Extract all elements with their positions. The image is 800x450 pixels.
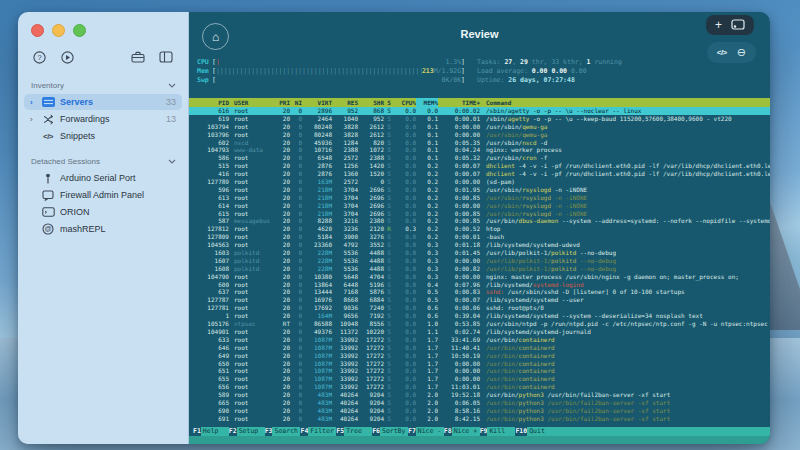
column-header-pri[interactable]: PRI [276,98,290,107]
process-row[interactable]: 633root2001087M3399217272S0.01.733:41.69… [189,336,770,344]
section-title-inventory: Inventory [31,81,168,90]
process-row[interactable]: 690root200483M402649204S0.02.08:58.16/us… [189,407,770,415]
sidebar-item-mashrepl[interactable]: @ mashREPL [24,221,182,237]
fkey-number: F6 [372,427,380,436]
process-row[interactable]: 127787root2001697686686884S0.00.50:00.07… [189,296,770,304]
terminal-window-icon[interactable] [731,16,745,34]
sidebar-item-orion[interactable]: ORION [24,204,182,220]
process-row[interactable]: 615root200218M37042696S0.00.20:00.85/usr… [189,210,770,218]
process-row[interactable]: 127812root200462032362120R0.30.20:00.52h… [189,225,770,233]
minimize-button[interactable] [52,24,65,37]
status-strip [189,436,770,444]
fkey-number: F4 [300,427,308,436]
process-row[interactable]: 637root2001344471685876S0.00.50:00.83ssh… [189,288,770,296]
fkey-nice[interactable]: Nice + [452,427,480,436]
swp-meter: Swp[0K/0K] [197,76,465,85]
snippets-icon: </> [40,132,56,141]
process-row[interactable]: 589root200483M402649204S0.02.019:52.18/u… [189,391,770,399]
column-header-cpu[interactable]: CPU% [394,98,416,107]
process-row[interactable]: 650root2001087M3399217272S0.01.70:00.00/… [189,360,770,368]
process-row[interactable]: 655root2001087M3399217272S0.01.70:00.00/… [189,375,770,383]
process-row[interactable]: 649root2001087M3399217272S0.01.710:50.19… [189,352,770,360]
process-row[interactable]: 127789root200163M25720S0.00.20:00.00(sd-… [189,178,770,186]
process-row[interactable]: 127809root200518439003276S0.00.20:00.01-… [189,233,770,241]
help-icon[interactable]: ? [31,49,47,65]
section-title-detached-sessions: Detached Sessions [31,157,168,166]
fkey-tree[interactable]: Tree [344,427,372,436]
sidebar-toggle-icon[interactable] [158,49,174,65]
process-row[interactable]: 1608polkitd200228M55364488S0.00.30:00.82… [189,265,770,273]
run-icon[interactable] [59,49,75,65]
disclosure-icon[interactable]: › [30,98,40,107]
process-row[interactable]: 665root200483M402649204S0.02.00:06.05/us… [189,399,770,407]
process-row[interactable]: 691root200483M402649204S0.02.08:42.15/us… [189,415,770,423]
process-row[interactable]: 619root20024641040952S0.00.10:00.01/sbin… [189,115,770,123]
fkey-filter[interactable]: Filter [308,427,336,436]
sidebar-item-servers[interactable]: › Servers 33 [24,94,182,110]
process-row[interactable]: 596root200218M37042696S0.00.20:01.95/usr… [189,186,770,194]
process-row[interactable]: 600root2001386464485196S0.00.40:07.96/li… [189,281,770,289]
sidebar-item-forwardings[interactable]: › Forwardings 13 [24,111,182,127]
terminal-panel: ⌂ Review + </> ⊖ CPU[|1.3%]Mem[|||||||||… [189,12,770,444]
process-row[interactable]: 656root2001087M3399217272S0.01.711:03.01… [189,383,770,391]
servers-icon [40,97,56,107]
process-row[interactable]: 127781root2001769290367240S0.00.60:00.06… [189,304,770,312]
sidebar-item-firewall-admin-panel[interactable]: Firewall Admin Panel [24,187,182,203]
new-session-icon[interactable]: + [715,19,722,31]
column-header-virt[interactable]: VIRT [302,98,332,107]
close-button[interactable] [31,24,44,37]
column-header-mem[interactable]: MEM% [416,98,438,107]
column-header-user[interactable]: USER [229,98,276,107]
process-row[interactable]: 104793www-data2001071623881072S0.00.10:0… [189,146,770,154]
disclosure-icon[interactable]: › [30,115,40,124]
process-row[interactable]: 103796root2008024838282612S0.00.10:00.00… [189,131,770,139]
process-row[interactable]: 646root2001087M3399217272S0.01.711:40.41… [189,344,770,352]
process-row[interactable]: 613root200218M37042696S0.00.20:00.85/usr… [189,194,770,202]
process-row[interactable]: 105176ntpsecRT086588109488556S0.01.00:53… [189,320,770,328]
chevron-down-icon[interactable] [168,159,176,164]
process-row[interactable]: 104901root200493761137210220S0.01.10:02.… [189,328,770,336]
process-row[interactable]: 616root2002896952868S0.00.00:00.02/sbin/… [189,107,770,115]
process-table: 616root2002896952868S0.00.00:00.02/sbin/… [189,107,770,423]
column-header-pid[interactable]: PID [197,98,229,107]
process-row[interactable]: 103794root2008024838282612S0.00.10:00.00… [189,123,770,131]
process-row[interactable]: 1root200164M96567192S0.00.60:39.04/lib/s… [189,312,770,320]
fkey-number: F7 [408,427,416,436]
fkey-setup[interactable]: Setup [237,427,265,436]
process-row[interactable]: 416root200287613601520S0.00.20:00.07dhcl… [189,170,770,178]
process-row[interactable]: 602nscd200459361284820S0.00.10:05.35/usr… [189,139,770,147]
sidebar-item-snippets[interactable]: </> Snippets [24,128,182,144]
column-header-shr[interactable]: SHR [358,98,384,107]
process-row[interactable]: 614root200218M37042696S0.00.20:00.00/usr… [189,202,770,210]
function-key-bar: F1HelpF2SetupF3SearchF4FilterF5TreeF6Sor… [189,427,770,436]
fkey-help[interactable]: Help [201,427,229,436]
fkey-search[interactable]: Search [272,427,300,436]
fkey-quit[interactable]: Quit [527,427,770,436]
column-header-ni[interactable]: NI [290,98,302,107]
process-row[interactable]: 586root200654825722388S0.00.10:05.32/usr… [189,154,770,162]
fkey-kill[interactable]: Kill [487,427,515,436]
admin-panel-icon [40,190,56,201]
column-header-time[interactable]: TIME+ [438,98,480,107]
process-row[interactable]: 1607polkitd200228M55364488S0.00.30:00.00… [189,257,770,265]
process-row[interactable]: 587messagebus200828832162380S0.00.20:00.… [189,217,770,225]
column-header-command[interactable]: Command [480,98,770,107]
column-header-res[interactable]: RES [332,98,358,107]
sidebar-item-arduino-serial-port[interactable]: Arduino Serial Port [24,170,182,186]
zoom-button[interactable] [73,24,86,37]
process-row[interactable]: 1603polkitd200228M55364488S0.00.30:01.45… [189,249,770,257]
column-header-s[interactable]: S [384,98,394,107]
fkey-nice[interactable]: Nice - [416,427,444,436]
svg-text:?: ? [37,53,41,62]
chevron-down-icon[interactable] [168,83,176,88]
process-row[interactable]: 104563root2002336047923552S0.00.30:01.18… [189,241,770,249]
process-row[interactable]: 651root2001087M3399217272S0.01.70:00.00/… [189,367,770,375]
toolbox-icon[interactable] [130,49,146,65]
fkey-number: F9 [480,427,488,436]
forwardings-icon [40,114,56,125]
process-row[interactable]: 104790root2001038056484704S0.00.30:00.00… [189,273,770,281]
inventory-section: Inventory › Servers 33 › Forwardings 13 [18,69,188,144]
fkey-sortby[interactable]: SortBy [380,427,408,436]
process-row[interactable]: 515root200287612561420S0.00.20:00.07dhcl… [189,162,770,170]
terminal-session-icon [40,207,56,217]
